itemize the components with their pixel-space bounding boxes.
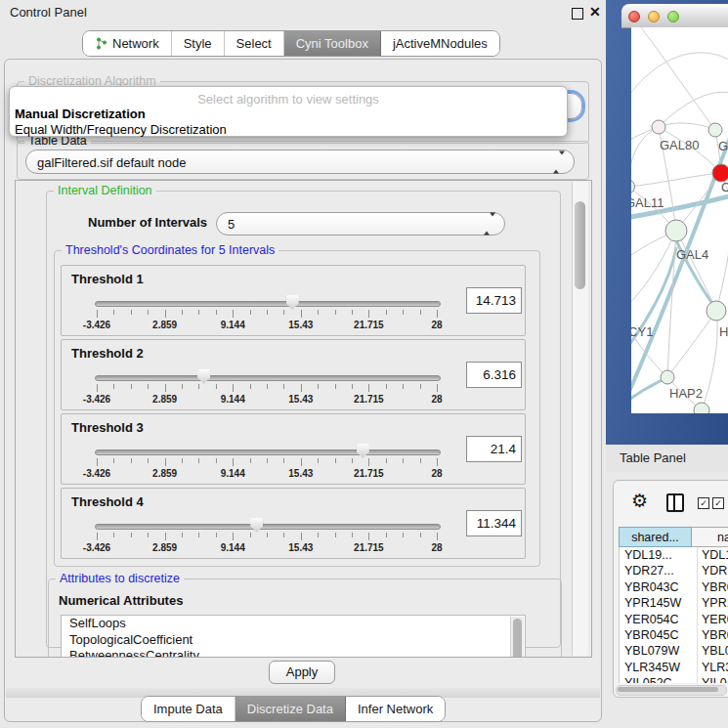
highlighted-edges (631, 120, 728, 413)
threshold-label: Threshold 1 (71, 272, 144, 286)
algorithm-option[interactable]: Equal Width/Frequency Discretization (15, 122, 562, 138)
panel-scrollbar[interactable] (572, 182, 588, 656)
tab-style[interactable]: Style (172, 31, 225, 56)
numerical-attributes-list[interactable]: SelfLoopsTopologicalCoefficientBetweenne… (61, 615, 526, 658)
slider-ticks (97, 533, 437, 541)
attribute-item[interactable]: BetweennessCentrality (62, 648, 525, 658)
network-icon (95, 37, 107, 50)
network-window-titlebar[interactable] (621, 4, 728, 28)
tab-label: Impute Data (153, 702, 223, 716)
slider-ticks (97, 458, 437, 467)
float-window-icon[interactable] (572, 8, 583, 20)
table-row[interactable]: YBR043CYBR0 (620, 579, 728, 595)
apply-button[interactable]: Apply (269, 661, 335, 684)
threshold-value-field[interactable]: 6.316 (466, 362, 522, 388)
slider-thumb[interactable] (357, 444, 369, 458)
tab-label: Style (184, 36, 212, 51)
threshold-value-field[interactable]: 11.344 (466, 510, 522, 536)
list-scrollbar[interactable] (510, 617, 524, 658)
num-intervals-label: Number of Intervals (88, 215, 207, 230)
control-panel: Control Panel ✕ Network Style Select Cyn… (0, 0, 606, 728)
table-horizontal-scrollbar[interactable] (616, 685, 727, 696)
settings-scroll-panel: Interval Definition Number of Intervals … (15, 180, 592, 658)
table-row[interactable]: YER054CYER0 (620, 612, 728, 627)
slider-track[interactable] (95, 375, 441, 381)
table-rows: YDL19...YDL1YDR27...YDR2YBR043CYBR0YPR14… (619, 547, 728, 683)
threshold-value-field[interactable]: 21.4 (466, 436, 522, 462)
algorithm-dropdown-popup: Select algorithm to view settings Manual… (9, 86, 568, 137)
column-header-shared[interactable]: shared... (619, 527, 692, 547)
gear-icon[interactable]: ⚙ (631, 490, 648, 512)
table-panel-title: Table Panel (620, 450, 686, 465)
node-label: GAL11 (631, 195, 664, 210)
network-node[interactable] (652, 120, 665, 134)
tab-network[interactable]: Network (83, 31, 172, 56)
threshold-slider[interactable]: -3.4262.8599.14415.4321.71528 (95, 367, 439, 407)
checkbox-icon[interactable]: ✓ (712, 497, 724, 509)
threshold-label: Threshold 2 (71, 346, 144, 361)
tab-discretize-data[interactable]: Discretize Data (236, 697, 346, 721)
thresholds-group: Threshold's Coordinates for 5 Intervals … (54, 250, 540, 567)
slider-tick-labels: -3.4262.8599.14415.4321.71528 (97, 394, 437, 405)
table-row[interactable]: YBR045CYBR0 (620, 627, 728, 643)
threshold-value-field[interactable]: 14.713 (466, 287, 522, 314)
num-intervals-combobox[interactable]: 5 (216, 212, 505, 236)
table-data-group: Table Data galFiltered.sif default node (17, 141, 589, 180)
tab-select[interactable]: Select (225, 31, 284, 56)
table-row[interactable]: YDR27...YDR2 (620, 563, 728, 578)
tab-label: Cyni Toolbox (296, 36, 368, 51)
column-header-name[interactable]: na (692, 527, 728, 547)
slider-tick-labels: -3.4262.8599.14415.4321.71528 (97, 320, 437, 330)
control-panel-tabs: Network Style Select Cyni Toolbox jActiv… (82, 30, 500, 57)
tab-jactivemnodules[interactable]: jActiveMNodules (381, 31, 499, 56)
slider-thumb[interactable] (250, 518, 263, 533)
network-node[interactable] (708, 123, 722, 137)
table-row[interactable]: YIL052CYIL0 (620, 675, 728, 683)
tab-infer-network[interactable]: Infer Network (346, 697, 445, 721)
network-node[interactable] (707, 301, 726, 321)
node-label: GCY1 (631, 324, 653, 339)
slider-track[interactable] (95, 301, 441, 307)
columns-icon[interactable] (666, 493, 684, 512)
checkbox-icon[interactable]: ✓ (698, 497, 709, 509)
group-title: Interval Definition (54, 184, 156, 197)
slider-track[interactable] (95, 524, 441, 530)
close-traffic-light-icon[interactable] (628, 11, 640, 22)
attribute-item[interactable]: TopologicalCoefficient (62, 632, 525, 649)
table-row[interactable]: YLR345WYLR3 (620, 660, 728, 675)
slider-track[interactable] (95, 450, 441, 455)
close-icon[interactable]: ✕ (589, 4, 601, 20)
threshold-panel: Threshold 4 -3.4262.8599.14415.4321.7152… (61, 488, 526, 559)
scrollbar-thumb[interactable] (575, 201, 585, 289)
spinner-arrows-icon (484, 217, 495, 232)
zoom-traffic-light-icon[interactable] (667, 11, 679, 22)
table-row[interactable]: YBL079WYBL0 (620, 643, 728, 659)
attributes-group: Attributes to discretize Numerical Attri… (48, 578, 562, 658)
network-node[interactable] (694, 403, 709, 413)
scrollbar-thumb[interactable] (618, 687, 718, 692)
table-data-combobox[interactable]: galFiltered.sif default node (25, 150, 575, 174)
network-view-canvas[interactable]: GAL80GGAL11CGAL4GCY1HHAP2 (631, 27, 728, 413)
table-panel: ⚙ ✓ ✓ shared... na YDL19...YDL1YDR27...Y… (606, 472, 728, 728)
network-node[interactable] (661, 370, 674, 384)
slider-thumb[interactable] (286, 295, 299, 310)
algorithm-option[interactable]: Manual Discretization (15, 107, 562, 122)
spinner-arrows-icon (553, 154, 565, 169)
table-row[interactable]: YPR145WYPR1 (620, 595, 728, 611)
threshold-slider[interactable]: -3.4262.8599.14415.4321.71528 (95, 293, 439, 332)
cyni-mode-tabs: Impute Data Discretize Data Infer Networ… (141, 696, 446, 722)
threshold-slider[interactable]: -3.4262.8599.14415.4321.71528 (95, 442, 439, 481)
tab-cyni-toolbox[interactable]: Cyni Toolbox (284, 31, 381, 56)
network-node[interactable] (665, 220, 687, 241)
slider-ticks (97, 310, 437, 319)
network-svg: GAL80GGAL11CGAL4GCY1HHAP2 (631, 27, 728, 413)
threshold-slider[interactable]: -3.4262.8599.14415.4321.71528 (95, 516, 439, 555)
node-label: HAP2 (669, 386, 703, 401)
table-row[interactable]: YDL19...YDL1 (620, 547, 728, 563)
tab-impute-data[interactable]: Impute Data (142, 697, 236, 721)
threshold-panel: Threshold 1 -3.4262.8599.14415.4321.7152… (61, 265, 526, 336)
minimize-traffic-light-icon[interactable] (648, 11, 660, 22)
attribute-item[interactable]: SelfLoops (62, 616, 525, 632)
table-header: shared... na (619, 527, 728, 547)
slider-thumb[interactable] (197, 369, 210, 384)
